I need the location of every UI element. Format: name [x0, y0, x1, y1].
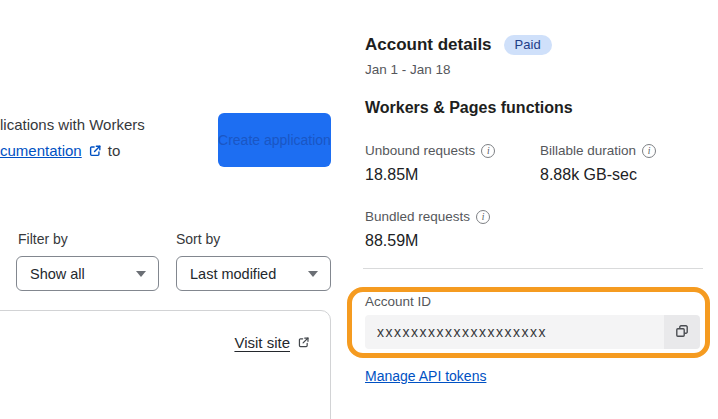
- stat-billable-duration: Billable duration 8.88k GB-sec: [540, 143, 656, 184]
- copy-icon: [674, 323, 690, 342]
- create-application-button[interactable]: Create application: [218, 113, 331, 167]
- divider: [363, 268, 703, 269]
- stat-unbound-requests: Unbound requests 18.85M: [365, 143, 495, 184]
- sort-by-label: Sort by: [176, 231, 220, 247]
- account-details-title: Account details: [365, 35, 492, 55]
- workers-pages-dashboard: lications with Workers cumentation to Cr…: [0, 0, 718, 419]
- external-link-icon: [297, 336, 310, 349]
- account-id-input[interactable]: [365, 315, 664, 349]
- account-details-header: Account details Paid: [365, 35, 552, 55]
- date-range: Jan 1 - Jan 18: [365, 62, 451, 77]
- sort-dropdown-value: Last modified: [190, 266, 276, 282]
- intro-text-line1: lications with Workers: [0, 116, 145, 133]
- filter-by-label: Filter by: [18, 231, 68, 247]
- stat-value: 88.59M: [365, 232, 490, 250]
- chevron-down-icon: [136, 271, 146, 277]
- info-icon[interactable]: [476, 210, 490, 224]
- info-icon[interactable]: [642, 144, 656, 158]
- functions-section-title: Workers & Pages functions: [365, 99, 573, 117]
- documentation-link[interactable]: cumentation: [0, 142, 82, 159]
- paid-badge: Paid: [504, 35, 552, 55]
- stat-value: 8.88k GB-sec: [540, 166, 656, 184]
- info-icon[interactable]: [481, 144, 495, 158]
- account-id-label: Account ID: [365, 294, 431, 309]
- manage-api-tokens-link[interactable]: Manage API tokens: [365, 368, 486, 384]
- stat-label: Bundled requests: [365, 209, 470, 224]
- filter-dropdown[interactable]: Show all: [16, 256, 159, 291]
- stat-bundled-requests: Bundled requests 88.59M: [365, 209, 490, 250]
- site-card: Visit site: [0, 310, 331, 419]
- filter-dropdown-value: Show all: [30, 266, 85, 282]
- sort-dropdown[interactable]: Last modified: [176, 256, 331, 291]
- manage-api-tokens-label: Manage API tokens: [365, 368, 486, 384]
- copy-button[interactable]: [664, 315, 700, 349]
- visit-site-label: Visit site: [234, 334, 290, 351]
- chevron-down-icon: [308, 271, 318, 277]
- stat-label: Unbound requests: [365, 143, 475, 158]
- account-id-field-group: [365, 315, 700, 349]
- stat-label: Billable duration: [540, 143, 636, 158]
- intro-text-line2: cumentation to: [0, 142, 120, 159]
- external-link-icon: [88, 144, 102, 158]
- intro-text-suffix: to: [108, 142, 121, 159]
- stat-value: 18.85M: [365, 166, 495, 184]
- visit-site-link[interactable]: Visit site: [234, 334, 310, 351]
